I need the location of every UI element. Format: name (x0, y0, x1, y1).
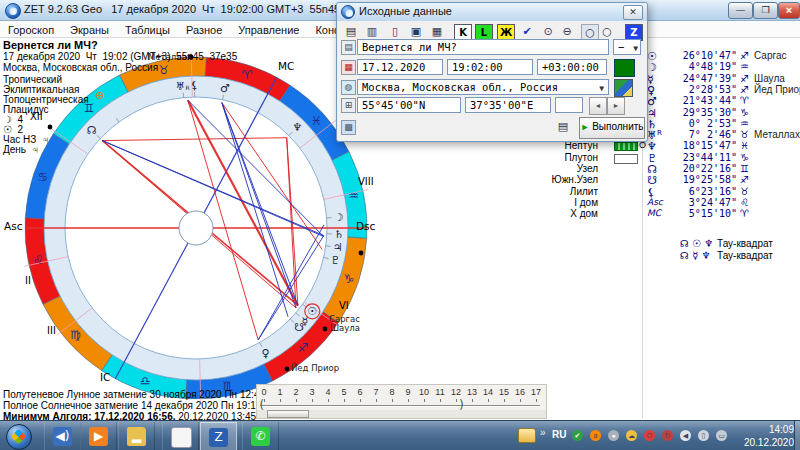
radio-large-icon[interactable]: ○ (599, 24, 615, 39)
swap-icon: ▩ (341, 120, 356, 135)
ruler-number: 12 (449, 387, 463, 397)
ruler-number: 3 (305, 387, 319, 397)
volume-taskbar-icon: ◀) (53, 427, 72, 446)
sync-icon[interactable]: ↻ (662, 430, 673, 441)
ruler-number: 13 (465, 387, 479, 397)
ruler-number: 5 (337, 387, 351, 397)
power-icon[interactable]: ▯ (698, 430, 709, 441)
event-name-input[interactable]: Вернется ли МЧ? (357, 39, 609, 55)
ruler-number: 14 (481, 387, 495, 397)
sun-toggle-icon[interactable]: ⊙ (540, 24, 556, 39)
new-icon[interactable]: ▯ (387, 24, 403, 39)
next-button[interactable]: ► (607, 97, 625, 115)
svg-text:Dsc: Dsc (356, 220, 376, 232)
ruler-number: 8 (385, 387, 399, 397)
show-desktop-button[interactable] (794, 421, 800, 450)
ruler-tick (520, 399, 521, 402)
volume-tray-icon[interactable]: ◀ (680, 430, 691, 441)
close-button[interactable]: × (778, 2, 800, 19)
taskbar: ◀)▶▂Z✆ » RU ✔a●☁O↻◀▯▭ 14:09 20.12.2020 (0, 420, 800, 450)
minimize-button[interactable]: — (728, 2, 753, 19)
weather-icon[interactable]: ☁ (626, 430, 637, 441)
place-icon: ◍ (341, 80, 356, 95)
menu-item[interactable]: Экраны (62, 22, 117, 36)
svg-text:♑: ♑ (343, 272, 354, 286)
taskbar-document-icon[interactable] (162, 422, 199, 450)
dialog-title: Исходные данные (359, 5, 452, 17)
map-button[interactable] (614, 79, 633, 97)
ruler-number: 16 (513, 387, 527, 397)
menu-item[interactable]: Таблицы (117, 22, 178, 36)
ruler-tick (296, 399, 297, 402)
ruler-tick (488, 399, 489, 402)
network-icon[interactable]: ▭ (716, 430, 727, 441)
paste-icon[interactable]: ▥ (364, 24, 380, 39)
ruler-number: 1 (273, 387, 287, 397)
maximize-button[interactable]: ❒ (753, 2, 778, 19)
svg-text:♒: ♒ (348, 189, 359, 203)
copy-icon[interactable]: ▤ (343, 24, 359, 39)
place-combo[interactable]: Москва, Московская обл., Россия▼ (357, 79, 609, 95)
opera-icon[interactable]: O (644, 430, 655, 441)
slider-track[interactable] (260, 405, 540, 407)
language-indicator[interactable]: RU (552, 429, 566, 440)
avast-icon[interactable]: a (590, 430, 601, 441)
taskbar-zet-app-icon[interactable]: Z (200, 422, 237, 450)
svg-text:♇: ♇ (330, 254, 340, 267)
update-icon[interactable]: ● (608, 430, 619, 441)
svg-text:III: III (47, 325, 56, 336)
altitude-input[interactable] (555, 97, 583, 113)
ruler-tick (376, 399, 377, 402)
latitude-input[interactable]: 55°45'00"N (357, 97, 461, 113)
chart-settings-list: ТропическийЭклиптикальнаяТопоцентрическа… (3, 74, 89, 154)
copy-data-icon[interactable]: ▤ (555, 119, 571, 134)
svg-text:♂: ♂ (220, 82, 230, 95)
svg-text:♓: ♓ (311, 114, 322, 128)
date-input[interactable]: 17.12.2020 (357, 59, 443, 75)
run-button[interactable]: ► Выполнить (579, 117, 645, 139)
lunar-eclipse-line: Полутеневое Лунное затмение 30 ноября 20… (3, 389, 294, 400)
orb-ruler[interactable]: 01234567891011121314151617() (256, 384, 547, 412)
dialog-close-button[interactable]: ✕ (623, 5, 643, 20)
menu-item[interactable]: Управление (230, 22, 307, 36)
timezone-input[interactable]: +03:00:00 (537, 59, 607, 75)
svg-text:VIII: VIII (358, 176, 374, 187)
taskbar-clock[interactable]: 14:09 20.12.2020 (736, 423, 794, 449)
ruler-tick (312, 399, 313, 402)
check-icon[interactable]: ✔ (519, 24, 535, 39)
ruler-tick (424, 399, 425, 402)
table-icon[interactable]: ▦ (429, 24, 445, 39)
taskbar-explorer-icon[interactable]: ▂ (118, 422, 155, 450)
taskbar-volume-taskbar-icon[interactable]: ◀) (44, 422, 81, 450)
menu-item[interactable]: Гороскоп (0, 22, 62, 36)
scrollbar-thumb[interactable] (267, 410, 309, 418)
prev-button[interactable]: ◄ (589, 97, 607, 115)
ruler-tick (392, 399, 393, 402)
save-icon[interactable]: ▣ (408, 24, 424, 39)
saturn-toggle-icon[interactable]: ⊖ (559, 24, 575, 39)
dialog-titlebar[interactable]: Исходные данные ✕ (337, 3, 647, 21)
document-icon (171, 427, 192, 448)
time-input[interactable]: 19:02:00 (447, 59, 533, 75)
ruler-number: 7 (369, 387, 383, 397)
ruler-tick (328, 399, 329, 402)
tray-folder-icon[interactable] (518, 428, 536, 443)
ruler-tick (440, 399, 441, 402)
ruler-number: 11 (433, 387, 447, 397)
longitude-input[interactable]: 37°35'00"E (465, 97, 551, 113)
svg-text:♈: ♈ (241, 68, 252, 82)
tray-expand-chevron[interactable]: » (540, 427, 546, 438)
menu-item[interactable]: Разное (178, 22, 230, 36)
horizontal-scrollbar[interactable] (256, 410, 547, 419)
svg-text:♉: ♉ (158, 63, 169, 77)
taskbar-whatsapp-icon[interactable]: ✆ (242, 422, 279, 450)
start-button[interactable] (6, 424, 32, 450)
setting-line: ☉ 2 (3, 124, 89, 134)
antivirus-icon[interactable]: ✔ (572, 430, 583, 441)
ruler-tick (280, 399, 281, 402)
taskbar-media-player-icon[interactable]: ▶ (80, 422, 117, 450)
chart-type-combo[interactable]: −▼ (613, 39, 641, 55)
svg-text:Шаула: Шаула (330, 323, 360, 333)
svg-text:♎: ♎ (140, 374, 151, 388)
svg-text:♍: ♍ (70, 328, 81, 342)
